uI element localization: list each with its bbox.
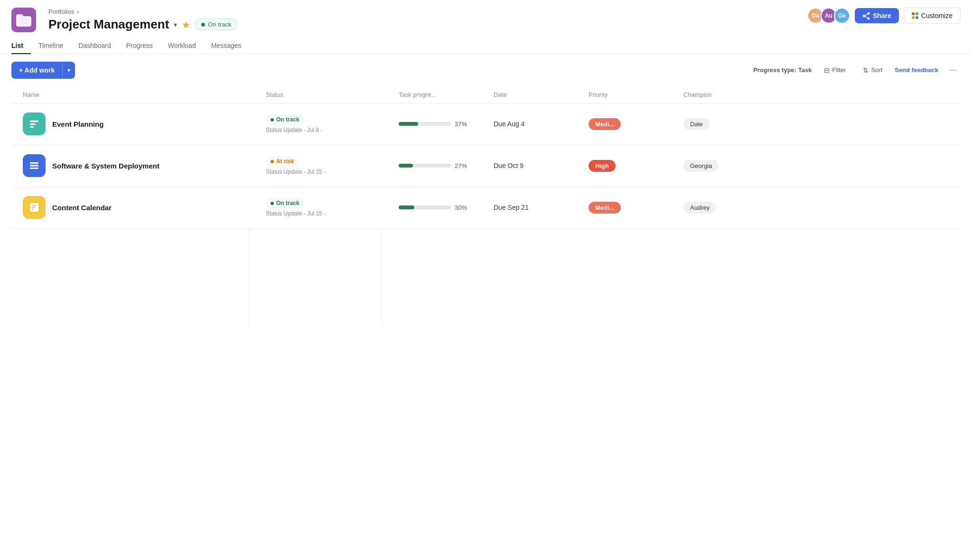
tab-progress[interactable]: Progress bbox=[119, 38, 160, 54]
status-dot bbox=[201, 23, 205, 27]
breadcrumb-text[interactable]: Portfolios bbox=[48, 8, 74, 15]
tab-workload[interactable]: Workload bbox=[160, 38, 204, 54]
progress-fill-content-calendar bbox=[399, 205, 414, 209]
progress-pct-software-deployment: 27% bbox=[455, 162, 467, 169]
project-name-event-planning: Event Planning bbox=[52, 120, 103, 128]
customize-label: Customize bbox=[921, 12, 953, 19]
share-label: Share bbox=[873, 12, 891, 19]
date-cell-content-calendar: Due Sep 21 bbox=[488, 200, 583, 215]
svg-rect-1 bbox=[30, 121, 38, 122]
progress-cell-content-calendar: 30% bbox=[393, 200, 488, 215]
col-date: Date bbox=[488, 86, 583, 103]
svg-rect-10 bbox=[32, 209, 34, 210]
progress-type-label: Progress type: bbox=[753, 66, 796, 74]
tab-timeline[interactable]: Timeline bbox=[31, 38, 71, 54]
status-tag-content-calendar: On track bbox=[266, 198, 304, 208]
project-icon-software-deployment bbox=[23, 154, 46, 177]
progress-fill-event-planning bbox=[399, 122, 418, 126]
star-icon[interactable]: ★ bbox=[182, 19, 190, 30]
priority-tag-software-deployment: High bbox=[589, 160, 616, 172]
filter-icon: ⊟ bbox=[824, 66, 830, 74]
title-dropdown-icon[interactable]: ▾ bbox=[174, 21, 177, 28]
more-options-button[interactable]: ··· bbox=[946, 63, 961, 77]
toolbar: + Add work ▾ Progress type: Task ⊟ Filte… bbox=[0, 54, 972, 86]
header: Portfolios › Project Management ▾ ★ On t… bbox=[0, 0, 972, 32]
champion-tag-content-calendar: Audrey bbox=[683, 202, 716, 214]
status-label-event-planning: On track bbox=[276, 116, 299, 123]
avatar-georgia[interactable]: Ge bbox=[834, 8, 850, 24]
customize-button[interactable]: Customize bbox=[904, 8, 961, 24]
status-tag-software-deployment: At risk bbox=[266, 156, 299, 167]
header-right: Da Au Ge Share Customize bbox=[807, 8, 961, 24]
sort-button[interactable]: ⇅ Sort bbox=[858, 64, 887, 77]
status-dot-event-planning bbox=[271, 118, 274, 121]
breadcrumb: Portfolios › bbox=[48, 8, 237, 15]
project-name-software-deployment: Software & System Deployment bbox=[52, 162, 159, 170]
avatars: Da Au Ge bbox=[807, 8, 850, 24]
project-icon-content-calendar bbox=[23, 196, 46, 219]
name-cell-content-calendar: Content Calendar bbox=[23, 188, 260, 226]
sort-label: Sort bbox=[871, 66, 882, 74]
col-status: Status bbox=[260, 86, 393, 103]
progress-bar-event-planning bbox=[399, 122, 451, 126]
svg-rect-2 bbox=[30, 123, 36, 125]
customize-icon bbox=[912, 12, 918, 19]
share-button[interactable]: Share bbox=[855, 8, 899, 23]
add-work-button[interactable]: + Add work bbox=[11, 62, 62, 79]
date-cell-software-deployment: Due Oct 9 bbox=[488, 158, 583, 173]
table-row[interactable]: Event Planning On track Status Update - … bbox=[11, 103, 961, 145]
table-row[interactable]: Software & System Deployment At risk Sta… bbox=[11, 145, 961, 187]
svg-rect-3 bbox=[30, 126, 34, 128]
status-update-software-deployment: Status Update - Jul 15 · bbox=[266, 168, 387, 175]
status-label: On track bbox=[208, 21, 231, 28]
col-task-progress: Task progre... bbox=[393, 86, 488, 103]
progress-bar-software-deployment bbox=[399, 164, 451, 168]
project-name-content-calendar: Content Calendar bbox=[52, 204, 112, 212]
progress-pct-event-planning: 37% bbox=[455, 121, 467, 128]
table-header: Name Status Task progre... Date Priority… bbox=[11, 86, 961, 103]
priority-tag-content-calendar: Medi... bbox=[589, 202, 621, 214]
col-priority: Priority bbox=[583, 86, 678, 103]
status-update-content-calendar: Status Update - Jul 15 · bbox=[266, 210, 387, 217]
champion-tag-event-planning: Dale bbox=[683, 118, 710, 130]
progress-type: Progress type: Task bbox=[753, 66, 812, 74]
header-left: Portfolios › Project Management ▾ ★ On t… bbox=[48, 8, 237, 32]
svg-rect-8 bbox=[32, 205, 37, 206]
tab-list[interactable]: List bbox=[11, 38, 31, 54]
progress-type-value[interactable]: Task bbox=[798, 66, 812, 74]
name-cell-event-planning: Event Planning bbox=[23, 105, 260, 143]
name-cell-software-deployment: Software & System Deployment bbox=[23, 147, 260, 185]
status-cell-content-calendar: On track Status Update - Jul 15 · bbox=[260, 194, 393, 221]
status-cell-software-deployment: At risk Status Update - Jul 15 · bbox=[260, 152, 393, 179]
send-feedback-button[interactable]: Send feedback bbox=[895, 66, 938, 74]
table: Name Status Task progre... Date Priority… bbox=[0, 86, 972, 324]
breadcrumb-arrow: › bbox=[77, 8, 79, 15]
filter-button[interactable]: ⊟ Filter bbox=[819, 64, 850, 77]
champion-cell-event-planning: Dale bbox=[678, 114, 754, 134]
page-title: Project Management bbox=[48, 17, 169, 32]
status-dot-software-deployment bbox=[271, 160, 274, 163]
status-badge: On track bbox=[195, 19, 237, 30]
add-work-dropdown-button[interactable]: ▾ bbox=[62, 62, 75, 79]
status-tag-event-planning: On track bbox=[266, 114, 304, 125]
progress-pct-content-calendar: 30% bbox=[455, 204, 467, 211]
svg-rect-6 bbox=[30, 168, 38, 169]
svg-rect-9 bbox=[32, 207, 35, 208]
status-dot-content-calendar bbox=[271, 202, 274, 205]
tab-messages[interactable]: Messages bbox=[204, 38, 249, 54]
status-cell-event-planning: On track Status Update - Jul 8 · bbox=[260, 111, 393, 137]
priority-cell-event-planning: Medi... bbox=[583, 114, 678, 134]
toolbar-right: Progress type: Task ⊟ Filter ⇅ Sort Send… bbox=[753, 63, 961, 77]
empty-area bbox=[11, 229, 961, 324]
status-update-event-planning: Status Update - Jul 8 · bbox=[266, 127, 387, 133]
champion-tag-software-deployment: Georgia bbox=[683, 160, 719, 172]
date-cell-event-planning: Due Aug 4 bbox=[488, 116, 583, 131]
priority-cell-content-calendar: Medi... bbox=[583, 198, 678, 217]
project-icon-event-planning bbox=[23, 112, 46, 135]
progress-cell-event-planning: 37% bbox=[393, 117, 488, 131]
progress-fill-software-deployment bbox=[399, 164, 413, 168]
tab-dashboard[interactable]: Dashboard bbox=[71, 38, 119, 54]
table-row[interactable]: Content Calendar On track Status Update … bbox=[11, 187, 961, 229]
champion-cell-software-deployment: Georgia bbox=[678, 156, 754, 176]
sort-icon: ⇅ bbox=[863, 66, 869, 74]
